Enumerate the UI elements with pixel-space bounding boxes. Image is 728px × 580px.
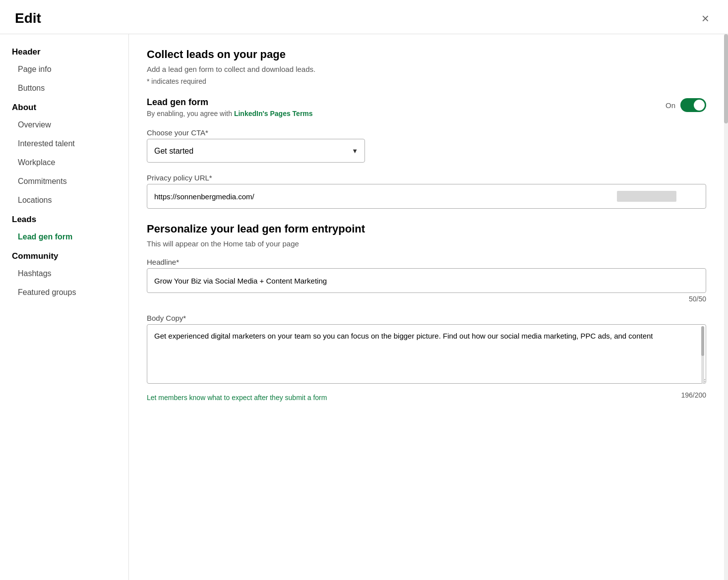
toggle-on-label: On <box>666 101 675 110</box>
sidebar-item-interested-talent[interactable]: Interested talent <box>0 134 128 153</box>
personalize-desc: This will appear on the Home tab of your… <box>147 239 706 248</box>
sidebar-item-hashtags[interactable]: Hashtags <box>0 264 128 283</box>
url-mask <box>617 191 676 202</box>
personalize-title: Personalize your lead gen form entrypoin… <box>147 223 706 235</box>
sidebar-item-lead-gen-form[interactable]: Lead gen form <box>0 228 128 246</box>
sidebar-item-commitments[interactable]: Commitments <box>0 172 128 191</box>
linkedin-terms-link[interactable]: LinkedIn's Pages Terms <box>234 110 313 117</box>
lead-gen-form-sub-text: By enabling, you agree with <box>147 110 234 117</box>
lead-gen-form-label: Lead gen form <box>147 97 656 108</box>
sidebar: Header Page info Buttons About Overview … <box>0 34 129 580</box>
modal-title: Edit <box>15 10 41 26</box>
privacy-policy-row: Privacy policy URL* <box>147 174 706 209</box>
modal-body: Header Page info Buttons About Overview … <box>0 34 728 580</box>
textarea-wrapper: Get experienced digital marketers on you… <box>147 324 706 386</box>
privacy-policy-label: Privacy policy URL* <box>147 174 706 182</box>
headline-row: Headline* 50/50 <box>147 258 706 303</box>
required-note: * indicates required <box>147 77 706 85</box>
textarea-scrollbar <box>701 326 704 384</box>
cta-select[interactable]: Get started Learn more Sign up Contact u… <box>147 139 365 163</box>
cta-row: Choose your CTA* Get started Learn more … <box>147 128 706 163</box>
body-copy-label: Body Copy* <box>147 314 706 322</box>
headline-input[interactable] <box>147 268 706 293</box>
sidebar-header-header: Header <box>0 42 128 60</box>
cta-select-wrapper: Get started Learn more Sign up Contact u… <box>147 139 365 163</box>
bottom-row: Let members know what to expect after th… <box>147 389 706 402</box>
body-copy-textarea[interactable]: Get experienced digital marketers on you… <box>147 324 706 384</box>
main-scrollbar-thumb <box>724 34 728 123</box>
main-scrollbar <box>724 34 728 580</box>
headline-char-count: 50/50 <box>147 295 706 303</box>
lead-gen-form-right: On <box>666 98 706 112</box>
lead-gen-form-row: Lead gen form By enabling, you agree wit… <box>147 97 706 117</box>
sidebar-item-workplace[interactable]: Workplace <box>0 153 128 172</box>
page-title: Collect leads on your page <box>147 48 706 61</box>
edit-modal: Edit × Header Page info Buttons About Ov… <box>0 0 728 580</box>
page-desc: Add a lead gen form to collect and downl… <box>147 65 706 73</box>
lead-gen-form-left: Lead gen form By enabling, you agree wit… <box>147 97 656 117</box>
bottom-hint: Let members know what to expect after th… <box>147 394 327 402</box>
headline-label: Headline* <box>147 258 706 266</box>
url-input-wrapper <box>147 184 706 209</box>
cta-label: Choose your CTA* <box>147 128 706 137</box>
sidebar-header-leads: Leads <box>0 210 128 228</box>
textarea-scrollbar-thumb <box>701 326 704 356</box>
modal-header: Edit × <box>0 0 728 34</box>
sidebar-header-community: Community <box>0 246 128 264</box>
lead-gen-form-sub: By enabling, you agree with LinkedIn's P… <box>147 110 656 117</box>
lead-gen-form-toggle[interactable] <box>680 98 706 112</box>
sidebar-item-buttons[interactable]: Buttons <box>0 79 128 98</box>
sidebar-item-overview[interactable]: Overview <box>0 116 128 134</box>
close-button[interactable]: × <box>698 10 713 27</box>
sidebar-item-page-info[interactable]: Page info <box>0 60 128 79</box>
body-copy-row: Body Copy* Get experienced digital marke… <box>147 314 706 402</box>
main-content: Collect leads on your page Add a lead ge… <box>129 34 724 580</box>
sidebar-header-about: About <box>0 98 128 116</box>
body-copy-char-count: 196/200 <box>681 391 706 399</box>
personalize-section: Personalize your lead gen form entrypoin… <box>147 223 706 248</box>
sidebar-item-featured-groups[interactable]: Featured groups <box>0 283 128 302</box>
sidebar-item-locations[interactable]: Locations <box>0 191 128 210</box>
